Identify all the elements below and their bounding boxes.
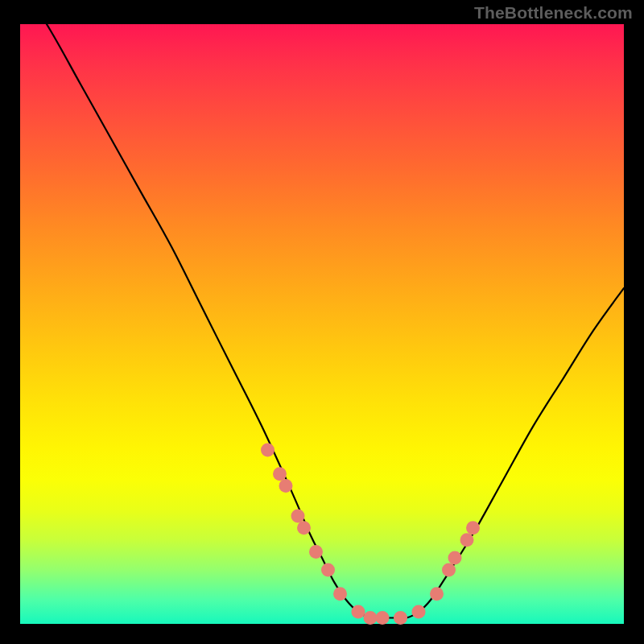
curve-svg	[20, 24, 624, 624]
highlight-dot	[364, 611, 378, 625]
highlight-dot	[352, 605, 365, 619]
marker-group	[261, 444, 480, 625]
highlight-dot	[394, 611, 407, 625]
highlight-dot	[309, 545, 323, 559]
highlight-dot	[448, 551, 462, 565]
highlight-dot	[291, 509, 305, 522]
highlight-dot	[273, 467, 287, 481]
highlight-dot	[297, 521, 311, 535]
highlight-dot	[430, 587, 444, 601]
highlight-dot	[321, 564, 335, 577]
highlight-dot	[466, 521, 480, 535]
highlight-dot	[376, 611, 390, 625]
highlight-dot	[279, 479, 293, 493]
watermark-label: TheBottleneck.com	[474, 3, 633, 23]
highlight-dot	[333, 587, 347, 601]
highlight-dot	[442, 564, 456, 577]
plot-area	[20, 24, 624, 624]
highlight-dot	[412, 605, 426, 619]
bottleneck-curve-path	[20, 0, 624, 618]
chart-frame: TheBottleneck.com	[0, 0, 644, 644]
highlight-dot	[460, 533, 474, 547]
highlight-dot	[261, 444, 275, 457]
